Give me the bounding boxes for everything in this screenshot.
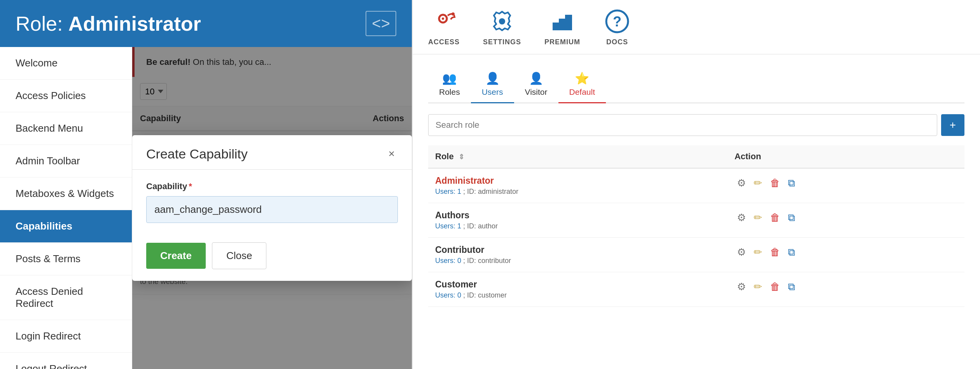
capabilities-content: Be careful! On this tab, you ca... 10 25…	[132, 47, 412, 369]
roles-tabs: 👥 Roles 👤 Users 👤 Visitor ⭐ Default	[428, 66, 964, 103]
visitor-tab-label: Visitor	[525, 87, 548, 97]
role-actions: ⚙ ✏ 🗑 ⧉	[735, 176, 957, 191]
main-container: Role: Administrator <> Welcome Access Po…	[0, 0, 980, 369]
sidebar-item-metaboxes-widgets[interactable]: Metaboxes & Widgets	[0, 178, 132, 210]
tab-visitor[interactable]: 👤 Visitor	[514, 66, 558, 103]
role-cell: Contributor Users: 0 ; ID: contributor	[428, 238, 728, 272]
sidebar-item-backend-menu[interactable]: Backend Menu	[0, 112, 132, 145]
sidebar-item-access-denied-redirect[interactable]: Access Denied Redirect	[0, 275, 132, 320]
sidebar-item-welcome[interactable]: Welcome	[0, 47, 132, 80]
toolbar-premium[interactable]: PREMIUM	[544, 8, 580, 46]
page-header: Role: Administrator <>	[0, 0, 412, 47]
roles-tab-icon: 👥	[442, 71, 457, 85]
modal-title: Create Capability	[146, 146, 248, 162]
modal-footer: Create Close	[132, 235, 412, 281]
sidebar-item-logout-redirect[interactable]: Logout Redirect	[0, 353, 132, 369]
role-users-link[interactable]: Users: 1	[435, 222, 461, 230]
role-copy-button[interactable]: ⧉	[786, 176, 798, 191]
role-users-link[interactable]: Users: 0	[435, 291, 461, 299]
toolbar-docs[interactable]: ? DOCS	[604, 8, 631, 46]
left-panel: Role: Administrator <> Welcome Access Po…	[0, 0, 412, 369]
role-settings-button[interactable]: ⚙	[735, 176, 748, 191]
role-users-link[interactable]: Users: 1	[435, 188, 461, 195]
role-meta: Users: 0 ; ID: contributor	[435, 257, 721, 265]
role-edit-button[interactable]: ✏	[751, 176, 765, 191]
role-name: Contributor	[435, 245, 721, 255]
header-code-icon[interactable]: <>	[366, 11, 396, 36]
sidebar-item-posts-terms[interactable]: Posts & Terms	[0, 243, 132, 275]
visitor-tab-icon: 👤	[529, 71, 543, 85]
search-role-input[interactable]	[428, 114, 937, 136]
roles-search-bar: +	[428, 114, 964, 136]
role-id: author	[478, 222, 498, 230]
role-id: customer	[478, 291, 507, 299]
toolbar-settings[interactable]: SETTINGS	[483, 8, 521, 46]
role-settings-button[interactable]: ⚙	[735, 279, 748, 294]
role-edit-button[interactable]: ✏	[751, 279, 765, 294]
content-area: Welcome Access Policies Backend Menu Adm…	[0, 47, 412, 369]
access-label: ACCESS	[428, 38, 460, 46]
close-modal-button[interactable]: Close	[212, 242, 266, 269]
settings-icon	[488, 8, 516, 35]
role-users-link[interactable]: Users: 0	[435, 257, 461, 265]
role-name: Authors	[435, 210, 721, 221]
svg-rect-4	[553, 23, 560, 30]
right-panel: ACCESS SETTINGS	[412, 0, 980, 369]
role-copy-button[interactable]: ⧉	[786, 279, 798, 294]
role-delete-button[interactable]: 🗑	[768, 245, 782, 260]
role-cell: Administrator Users: 1 ; ID: administrat…	[428, 168, 728, 203]
role-delete-button[interactable]: 🗑	[768, 176, 782, 191]
col-header-role[interactable]: Role ⇕	[428, 145, 728, 168]
add-role-button[interactable]: +	[941, 114, 964, 136]
role-delete-button[interactable]: 🗑	[768, 279, 782, 294]
settings-label: SETTINGS	[483, 38, 521, 46]
svg-point-3	[499, 18, 505, 24]
role-name: Administrator	[435, 176, 721, 186]
role-copy-button[interactable]: ⧉	[786, 245, 798, 260]
sidebar-item-admin-toolbar[interactable]: Admin Toolbar	[0, 145, 132, 178]
premium-icon	[549, 8, 576, 35]
table-row: Customer Users: 0 ; ID: customer ⚙ ✏ 🗑	[428, 272, 964, 307]
role-id: administrator	[478, 188, 518, 195]
tab-roles[interactable]: 👥 Roles	[428, 66, 471, 103]
role-meta: Users: 1 ; ID: administrator	[435, 188, 721, 196]
default-tab-icon: ⭐	[575, 71, 589, 85]
capability-input[interactable]	[146, 196, 398, 223]
role-actions: ⚙ ✏ 🗑 ⧉	[735, 279, 957, 294]
svg-text:?: ?	[613, 14, 621, 30]
sidebar-item-access-policies[interactable]: Access Policies	[0, 80, 132, 112]
create-capability-modal: Create Capability × Capability* Create C…	[132, 135, 412, 281]
col-header-action: Action	[728, 145, 964, 168]
modal-close-button[interactable]: ×	[385, 146, 398, 162]
role-actions-cell: ⚙ ✏ 🗑 ⧉	[728, 203, 964, 238]
right-toolbar: ACCESS SETTINGS	[413, 0, 980, 54]
users-tab-icon: 👤	[485, 71, 500, 85]
sort-arrows-icon: ⇕	[458, 153, 464, 161]
role-edit-button[interactable]: ✏	[751, 245, 765, 260]
role-edit-button[interactable]: ✏	[751, 210, 765, 225]
roles-table: Role ⇕ Action Administrator Users: 1 ; I…	[428, 145, 964, 307]
modal-body: Capability*	[132, 170, 412, 235]
modal-overlay[interactable]: Create Capability × Capability* Create C…	[132, 47, 412, 369]
create-capability-button[interactable]: Create	[146, 243, 206, 269]
docs-icon: ?	[604, 8, 631, 35]
table-row: Administrator Users: 1 ; ID: administrat…	[428, 168, 964, 203]
role-actions: ⚙ ✏ 🗑 ⧉	[735, 245, 957, 260]
role-settings-button[interactable]: ⚙	[735, 210, 748, 225]
role-id: contributor	[478, 257, 511, 265]
role-settings-button[interactable]: ⚙	[735, 245, 748, 260]
role-delete-button[interactable]: 🗑	[768, 210, 782, 225]
users-tab-label: Users	[482, 87, 503, 97]
tab-default[interactable]: ⭐ Default	[558, 66, 606, 103]
premium-label: PREMIUM	[544, 38, 580, 46]
sidebar-item-login-redirect[interactable]: Login Redirect	[0, 320, 132, 353]
table-row: Authors Users: 1 ; ID: author ⚙ ✏ 🗑	[428, 203, 964, 238]
table-row: Contributor Users: 0 ; ID: contributor ⚙…	[428, 238, 964, 272]
toolbar-access[interactable]: ACCESS	[428, 8, 460, 46]
role-copy-button[interactable]: ⧉	[786, 210, 798, 225]
default-tab-label: Default	[569, 87, 595, 97]
role-cell: Customer Users: 0 ; ID: customer	[428, 272, 728, 307]
sidebar-item-capabilities[interactable]: Capabilities	[0, 210, 132, 243]
capability-field-label: Capability*	[146, 181, 398, 191]
tab-users[interactable]: 👤 Users	[471, 66, 514, 103]
